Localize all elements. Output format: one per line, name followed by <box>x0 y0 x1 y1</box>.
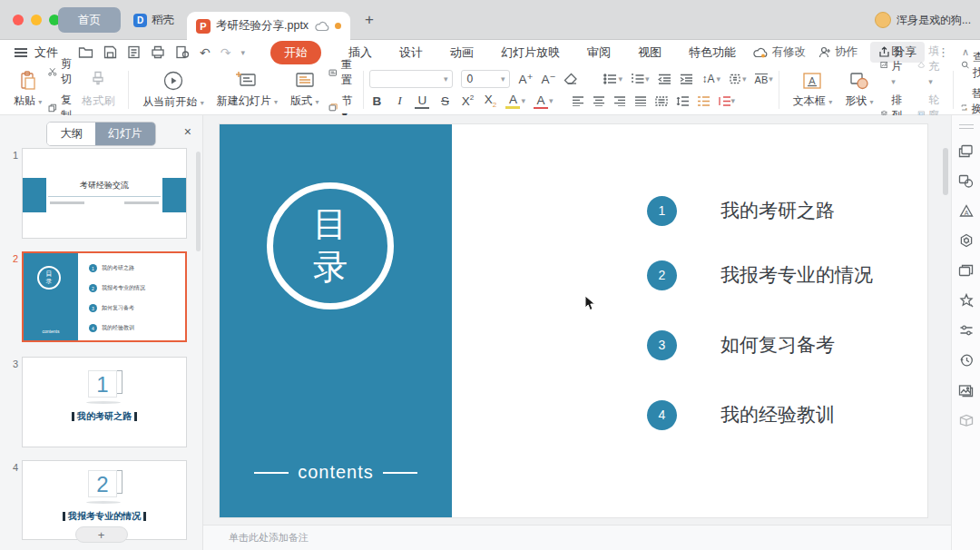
open-file-icon[interactable] <box>78 45 93 59</box>
reset-button[interactable]: 重置 <box>328 57 356 88</box>
ribbon-tab-animation[interactable]: 动画 <box>450 44 474 61</box>
line-spacing-button[interactable] <box>676 96 689 106</box>
italic-button[interactable]: I <box>392 93 407 108</box>
ribbon-tab-design[interactable]: 设计 <box>399 44 423 61</box>
ribbon-tab-slideshow[interactable]: 幻灯片放映 <box>501 44 560 61</box>
current-slide[interactable]: 目 录 contents 1 我的考研之路 2 我报考专业的情况 <box>220 124 927 517</box>
ribbon-tab-features[interactable]: 特色功能 <box>689 44 736 61</box>
layout-button[interactable]: 版式 ▾ <box>284 68 325 112</box>
export-pdf-icon[interactable] <box>127 45 141 59</box>
slide-library-icon[interactable] <box>958 262 975 279</box>
section-icon <box>328 102 338 113</box>
slide-thumbnail-3[interactable]: 1 我的考研之路 <box>22 357 187 447</box>
shapes-label: 形状 ▾ <box>845 93 873 109</box>
canvas-scrollbar[interactable] <box>943 148 948 195</box>
distribute-text-button[interactable] <box>655 96 668 106</box>
font-paragraph-group: ▾ 0▾ A⁺ A⁻ ▾ ▾ ↕A▾ ▾ AB▾ B I U S X2 X2 A… <box>364 70 778 109</box>
redo-icon[interactable]: ↷ <box>220 45 231 60</box>
decrease-indent-button[interactable] <box>658 74 671 84</box>
fill-button[interactable]: 填充 ▾ <box>917 44 946 87</box>
close-window-button[interactable] <box>13 15 24 25</box>
paste-button[interactable]: 粘贴 ▾ <box>7 68 48 112</box>
modified-status[interactable]: 有修改 <box>753 44 806 60</box>
strikethrough-button[interactable]: S <box>437 94 452 108</box>
effects-wand-icon[interactable] <box>958 292 975 309</box>
tab-home[interactable]: 首页 <box>58 7 121 33</box>
design-tool-icon[interactable]: A <box>958 202 975 219</box>
align-center-button[interactable] <box>593 96 605 106</box>
find-button[interactable]: 查找 <box>961 50 980 81</box>
ribbon-tab-view[interactable]: 视图 <box>638 44 662 61</box>
save-icon[interactable] <box>103 45 117 59</box>
paragraph-spacing-button[interactable]: ▾ <box>729 74 747 84</box>
thumb4-title: 我报考专业的情况 <box>23 510 186 523</box>
slide-copy-icon[interactable] <box>958 142 975 159</box>
user-name: 浑身是戏的狗... <box>897 13 971 28</box>
ribbon-tab-review[interactable]: 审阅 <box>587 44 611 61</box>
sidebar-scrollbar[interactable] <box>196 152 201 251</box>
cut-button[interactable]: 剪切 <box>48 56 75 87</box>
collaborate-button[interactable]: 协作 <box>818 44 858 60</box>
format-painter-button[interactable]: 格式刷 <box>75 68 121 112</box>
slide-thumbnail-1[interactable]: 考研经验交流 <box>22 148 187 239</box>
align-right-button[interactable] <box>613 96 626 106</box>
font-size-select[interactable]: 0▾ <box>461 70 510 88</box>
print-preview-icon[interactable] <box>175 45 190 59</box>
increase-font-icon[interactable]: A⁺ <box>518 72 533 86</box>
subscript-button[interactable]: X2 <box>483 93 497 109</box>
user-account[interactable]: 浑身是戏的狗... <box>875 12 971 28</box>
ribbon-tab-home[interactable]: 开始 <box>270 41 321 64</box>
highlight-color-button[interactable]: A▾ <box>505 93 525 109</box>
textbox-button[interactable]: A 文本框 ▾ <box>787 68 838 112</box>
numbered-list-button[interactable]: ▾ <box>631 74 650 84</box>
picture-button[interactable]: 图片 ▾ <box>880 44 908 87</box>
underline-button[interactable]: U <box>415 93 429 109</box>
bold-button[interactable]: B <box>369 94 384 108</box>
dash-right <box>383 472 417 474</box>
superscript-button[interactable]: X2 <box>460 93 475 108</box>
toc-item-number: 2 <box>647 260 677 290</box>
thumb2-item: 4我的经验教训 <box>89 324 134 332</box>
paragraph-layout-button[interactable]: ▾ <box>718 96 736 106</box>
hamburger-menu-icon[interactable] <box>15 48 27 57</box>
picture-label: 图片 ▾ <box>891 44 907 87</box>
panel-drag-handle-icon[interactable] <box>959 124 974 129</box>
add-slide-button[interactable]: + <box>75 526 128 543</box>
font-color-button[interactable]: A▾ <box>534 93 554 109</box>
quickbar-more-caret-icon[interactable]: ▾ <box>240 48 245 57</box>
align-left-button[interactable] <box>572 96 584 106</box>
tab-slides[interactable]: 幻灯片 <box>95 123 155 145</box>
print-icon[interactable] <box>151 45 165 59</box>
character-spacing-button[interactable]: AB▾ <box>755 74 773 85</box>
shapes-panel-icon[interactable] <box>958 172 975 189</box>
increase-indent-button[interactable] <box>680 74 693 84</box>
history-icon[interactable] <box>958 352 975 368</box>
decrease-font-icon[interactable]: A⁻ <box>541 72 555 86</box>
tab-outline[interactable]: 大纲 <box>47 123 95 145</box>
image-library-icon[interactable] <box>958 382 975 398</box>
collaborate-label: 协作 <box>835 44 858 60</box>
smart-beautify-icon[interactable] <box>958 232 975 249</box>
minimize-window-button[interactable] <box>31 15 42 25</box>
resource-box-icon[interactable] <box>958 412 975 428</box>
shapes-icon <box>848 71 870 91</box>
new-tab-button[interactable]: + <box>365 11 374 29</box>
font-family-select[interactable]: ▾ <box>369 70 453 88</box>
settings-sliders-icon[interactable] <box>958 322 975 339</box>
bullet-list-button[interactable]: ▾ <box>603 74 622 84</box>
shapes-button[interactable]: 形状 ▾ <box>838 68 879 112</box>
justify-button[interactable] <box>634 96 647 106</box>
undo-icon[interactable]: ↶ <box>200 45 211 60</box>
clear-format-eraser-icon[interactable] <box>564 73 578 85</box>
thumb2-item: 2我报考专业的情况 <box>89 284 145 292</box>
notes-bar[interactable]: 单击此处添加备注 <box>203 525 951 550</box>
tab-presentation-active[interactable]: P 考研经验分享.pptx <box>187 12 350 40</box>
paragraph-indent-button[interactable] <box>697 96 710 106</box>
tab-docer[interactable]: D 稻壳 <box>121 7 187 33</box>
close-panel-icon[interactable]: × <box>184 124 191 139</box>
text-direction-button[interactable]: ↕A▾ <box>701 73 721 85</box>
slide-thumbnail-2-selected[interactable]: 目录 contents 1我的考研之路 2我报考专业的情况 3如何复习备考 4我… <box>22 251 187 342</box>
toc-char-1: 目 <box>313 203 348 247</box>
new-slide-button[interactable]: 新建幻灯片 ▾ <box>211 68 284 112</box>
play-from-current-button[interactable]: 从当前开始 ▾ <box>136 68 210 112</box>
